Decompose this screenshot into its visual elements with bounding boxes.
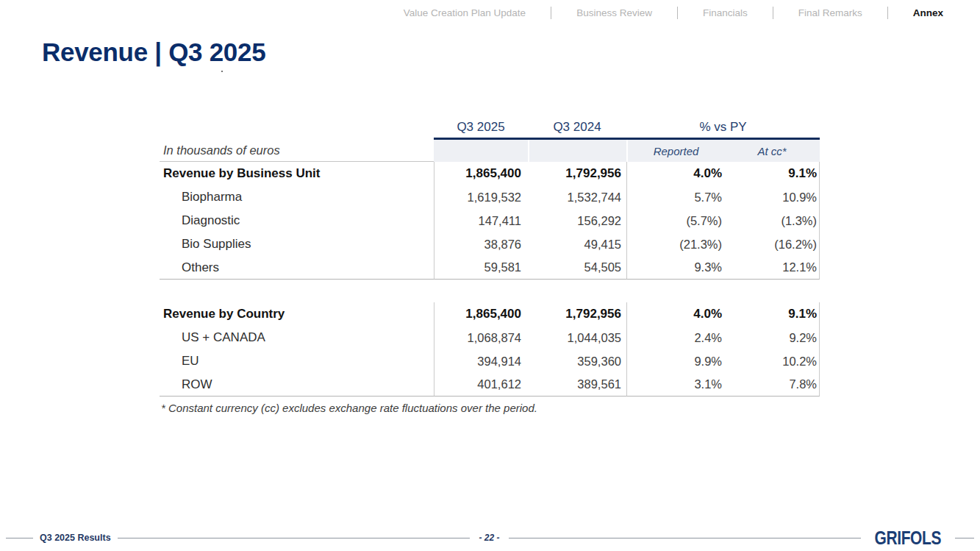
nav-item-financials[interactable]: Financials <box>703 7 748 18</box>
row-value: 54,505 <box>528 256 626 280</box>
row-value: 9.1% <box>724 302 820 326</box>
row-value: 38,876 <box>434 232 528 256</box>
nav-item-value-creation-plan-update[interactable]: Value Creation Plan Update <box>404 7 526 18</box>
row-value: 9.9% <box>626 349 724 373</box>
row-value: 49,415 <box>528 232 626 256</box>
footer-rule <box>6 538 33 538</box>
row-value: 1,792,956 <box>528 302 626 326</box>
row-label: EU <box>160 349 434 373</box>
row-value: (1.3%) <box>724 209 820 232</box>
row-value: 9.1% <box>724 162 820 185</box>
row-value: 5.7% <box>626 185 724 209</box>
row-value: 156,292 <box>528 209 626 232</box>
row-label: Others <box>160 256 434 280</box>
table-header-pct-vs-py: % vs PY <box>626 119 820 140</box>
footer-rule <box>509 538 862 538</box>
row-value: 1,532,744 <box>528 185 626 209</box>
row-value: 1,792,956 <box>528 162 626 185</box>
row-value: 3.1% <box>626 373 724 397</box>
row-label: Biopharma <box>160 185 434 209</box>
row-value: 1,068,874 <box>434 326 528 349</box>
row-value: 9.2% <box>724 326 820 349</box>
nav-separator <box>773 7 773 19</box>
row-value: 4.0% <box>626 162 724 185</box>
nav-item-final-remarks[interactable]: Final Remarks <box>798 7 862 18</box>
top-nav: Value Creation Plan Update Business Revi… <box>404 7 943 19</box>
row-value: 9.3% <box>626 256 724 280</box>
subheader-at-cc: At cc* <box>724 140 820 162</box>
table-header-q3-2024: Q3 2024 <box>528 119 626 140</box>
footer-deck-title: Q3 2025 Results <box>40 533 111 543</box>
table-header-q3-2025: Q3 2025 <box>434 119 528 140</box>
subheader-reported: Reported <box>626 140 724 162</box>
section-spacer <box>160 280 820 302</box>
row-value: 4.0% <box>626 302 724 326</box>
subheader-cell-q3-2024 <box>528 140 626 162</box>
row-value: 1,865,400 <box>434 162 528 185</box>
row-value: 147,411 <box>434 209 528 232</box>
row-label: ROW <box>160 373 434 397</box>
nav-item-business-review[interactable]: Business Review <box>576 7 652 18</box>
footer: Q3 2025 Results - 22 - GRIFOLS <box>0 529 980 547</box>
row-value: (5.7%) <box>626 209 724 232</box>
row-value: 10.2% <box>724 349 820 373</box>
footer-rule <box>118 538 471 538</box>
grifols-logo: GRIFOLS <box>875 527 941 549</box>
nav-item-annex[interactable]: Annex <box>913 7 943 18</box>
row-value: 1,619,532 <box>434 185 528 209</box>
row-value: 12.1% <box>724 256 820 280</box>
row-value: 394,914 <box>434 349 528 373</box>
row-value: 10.9% <box>724 185 820 209</box>
nav-separator <box>551 7 551 19</box>
subheader-cell-q3-2025 <box>434 140 528 162</box>
table-header-empty <box>160 119 434 140</box>
revenue-table: Q3 2025 Q3 2024 % vs PY In thousands of … <box>160 119 820 414</box>
row-value: 1,044,035 <box>528 326 626 349</box>
row-label: Bio Supplies <box>160 232 434 256</box>
row-label: Revenue by Business Unit <box>160 162 434 185</box>
row-label: Revenue by Country <box>160 302 434 326</box>
stray-period-mark <box>221 71 223 72</box>
row-value: 59,581 <box>434 256 528 280</box>
page-number: - 22 - <box>479 533 499 543</box>
row-value: 1,865,400 <box>434 302 528 326</box>
row-value: (16.2%) <box>724 232 820 256</box>
nav-separator <box>677 7 678 19</box>
row-value: 359,360 <box>528 349 626 373</box>
row-value: (21.3%) <box>626 232 724 256</box>
footer-rule <box>955 538 974 538</box>
table-unit-note: In thousands of euros <box>160 140 434 162</box>
row-label: US + CANADA <box>160 326 434 349</box>
page-title: Revenue | Q3 2025 <box>42 38 265 67</box>
row-value: 389,561 <box>528 373 626 397</box>
nav-separator <box>887 7 888 19</box>
row-value: 7.8% <box>724 373 820 397</box>
row-value: 2.4% <box>626 326 724 349</box>
footnote: * Constant currency (cc) excludes exchan… <box>160 397 820 414</box>
row-label: Diagnostic <box>160 209 434 232</box>
row-value: 401,612 <box>434 373 528 397</box>
